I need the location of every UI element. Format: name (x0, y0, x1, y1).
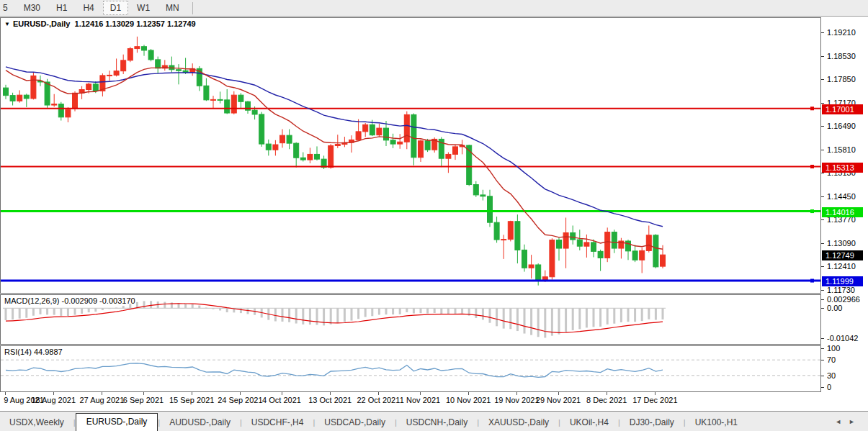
date-label: 6 Sep 2021 (118, 396, 169, 404)
hline-handle-1-11999[interactable] (810, 279, 814, 283)
macd-tick-label: 0.002966 (827, 295, 860, 304)
tab-eurusd-daily[interactable]: EURUSD-,Daily (76, 413, 158, 431)
rsi-canvas (1, 346, 820, 391)
price-tick-label: 1.11730 (827, 286, 855, 294)
candles (4, 37, 666, 286)
axis-tick (821, 308, 824, 309)
axis-tick (821, 299, 824, 300)
date-label: 18 Aug 2021 (28, 396, 79, 404)
axis-tick (821, 219, 824, 220)
tab-audusd-daily[interactable]: AUDUSD-,Daily (160, 414, 240, 431)
chart-header: ▼EURUSD-,Daily 1.12416 1.13029 1.12357 1… (4, 19, 196, 28)
date-tick (420, 392, 421, 395)
tab-scroll-arrows[interactable]: ◄► (835, 418, 862, 425)
date-tick (5, 392, 6, 395)
price-tick-label: 1.15810 (827, 145, 856, 154)
tab-usdchf-h4[interactable]: USDCHF-,H4 (242, 414, 313, 431)
date-label: 10 Nov 2021 (443, 396, 493, 404)
price-tick-label: 1.19210 (827, 28, 856, 37)
price-chart-panel[interactable]: ▼EURUSD-,Daily 1.12416 1.13029 1.12357 1… (0, 17, 821, 294)
date-tick (102, 392, 102, 395)
timeframe-m30[interactable]: M30 (17, 1, 48, 15)
axis-tick (821, 103, 824, 104)
date-label: 15 Sep 2021 (166, 396, 217, 404)
date-tick (330, 392, 331, 395)
macd-tick-label: 0.00 (827, 304, 842, 312)
price-tick-label: 1.18530 (827, 52, 856, 60)
hline-handle-1-14016[interactable] (810, 209, 814, 213)
rsi-indicator-panel[interactable]: RSI(14) 44.9887 (0, 345, 821, 392)
toolbar-separator (192, 2, 193, 14)
date-tick (468, 392, 469, 395)
tab-dj30-daily[interactable]: DJ30-,Daily (620, 414, 684, 431)
macd-indicator-panel[interactable]: MACD(12,26,9) -0.002909 -0.003170 (0, 294, 821, 345)
hline-price-badge-1-14016: 1.14016 (822, 207, 863, 217)
axis-tick (821, 79, 824, 80)
timeframe-w1[interactable]: W1 (130, 1, 157, 15)
time-scale-axis[interactable]: 9 Aug 202118 Aug 202127 Aug 20216 Sep 20… (0, 392, 821, 411)
price-tick-label: 1.17850 (827, 75, 856, 83)
timeframe-h4[interactable]: H4 (76, 1, 101, 15)
axis-tick (821, 348, 824, 349)
hline-handle-1-17001[interactable] (810, 106, 814, 110)
axis-tick (821, 387, 824, 388)
price-chart-canvas (1, 18, 820, 293)
hline-price-badge-1-15313: 1.15313 (822, 163, 863, 173)
date-tick (143, 392, 144, 395)
axis-tick (821, 196, 824, 197)
date-label: 13 Oct 2021 (305, 396, 355, 404)
date-tick (240, 392, 241, 395)
date-tick (192, 392, 192, 395)
tab-usdcnh-daily[interactable]: USDCNH-,Daily (397, 414, 477, 431)
timeframe-mn[interactable]: MN (158, 1, 187, 15)
macd-tick-label: -0.01042 (827, 334, 858, 342)
date-tick (53, 392, 54, 395)
rsi-tick-label: 100 (827, 344, 840, 353)
timeframe-toolbar: 5M30H1H4D1W1MN (0, 0, 868, 17)
date-label: 1 Nov 2021 (395, 396, 445, 404)
date-label: 4 Oct 2021 (256, 396, 307, 404)
hline-price-badge-1-17001: 1.17001 (822, 104, 863, 114)
date-label: 17 Dec 2021 (630, 396, 680, 404)
macd-label: MACD(12,26,9) -0.002909 -0.003170 (4, 296, 135, 305)
tab-usdcad-daily[interactable]: USDCAD-,Daily (315, 414, 395, 431)
price-tick-label: 1.12410 (827, 262, 856, 271)
price-tick-label: 1.14450 (827, 192, 856, 201)
axis-tick (821, 266, 824, 267)
date-label: 29 Nov 2021 (533, 396, 583, 404)
timeframe-h1[interactable]: H1 (49, 1, 74, 15)
hline-price-badge-1-11999: 1.11999 (822, 276, 863, 286)
timeframe-d1[interactable]: D1 (103, 1, 128, 15)
rsi-tick-label: 30 (827, 371, 836, 380)
chart-tab-bar: USDX,Weekly|EURUSD-,Daily|AUDUSD-,Daily|… (0, 411, 868, 431)
current-price-badge: 1.12749 (822, 250, 863, 260)
axis-tick (821, 360, 824, 360)
axis-tick (821, 338, 824, 339)
tab-scroll-left-icon[interactable]: ◄ (835, 418, 849, 425)
terminal-window: 5M30H1H4D1W1MN ▼EURUSD-,Daily 1.12416 1.… (0, 0, 868, 431)
hline-handle-1-15313[interactable] (810, 165, 814, 168)
tab-scroll-right-icon[interactable]: ► (849, 418, 862, 425)
tab-usdx-weekly[interactable]: USDX,Weekly (0, 414, 73, 431)
chart-symbol-label: EURUSD-,Daily (13, 19, 70, 28)
date-label: 8 Dec 2021 (581, 396, 632, 404)
fast-ma-line (6, 68, 663, 249)
timeframe-5[interactable]: 5 (1, 1, 15, 15)
tab-ukoil-h4[interactable]: UKOil-,H4 (560, 414, 618, 431)
rsi-label: RSI(14) 44.9887 (4, 348, 63, 356)
tab-xauusd-daily[interactable]: XAUUSD-,Daily (479, 414, 558, 431)
symbol-dropdown-icon[interactable]: ▼ (4, 21, 10, 27)
axis-tick (821, 32, 824, 33)
tab-uk100-h1[interactable]: UK100-,H1 (686, 414, 747, 431)
axis-tick (821, 56, 824, 57)
chart-ohlc-values: 1.12416 1.13029 1.12357 1.12749 (75, 19, 196, 28)
price-tick-label: 1.16490 (827, 122, 856, 130)
price-scale-axis[interactable]: 1.192101.185301.178501.171701.164901.158… (821, 17, 868, 411)
date-tick (516, 392, 517, 395)
date-tick (282, 392, 282, 395)
axis-tick (821, 150, 824, 150)
date-tick (655, 392, 656, 395)
axis-tick (821, 376, 824, 376)
rsi-tick-label: 70 (827, 355, 836, 364)
axis-tick (821, 173, 824, 173)
